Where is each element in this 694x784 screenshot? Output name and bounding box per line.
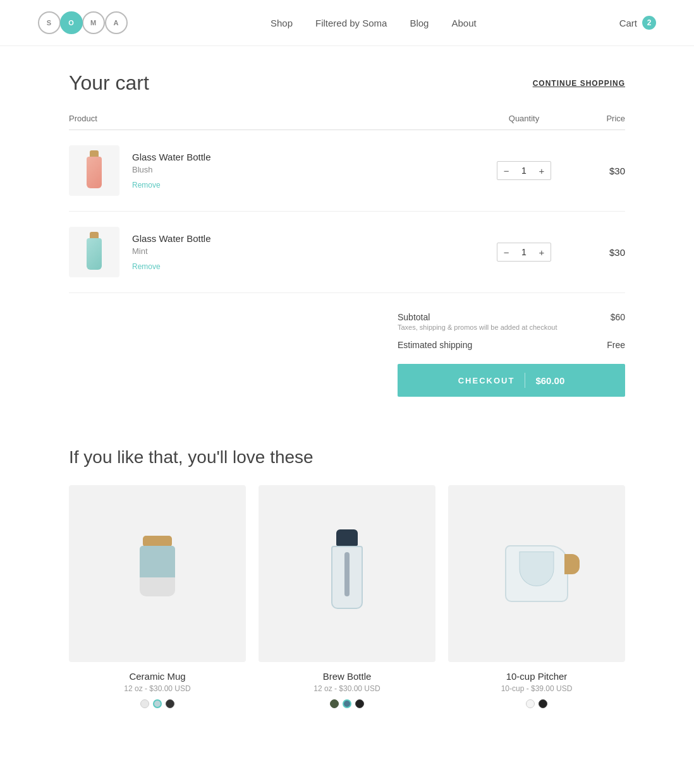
cart-label: Cart	[619, 18, 637, 28]
quantity-control-1: − 1 +	[473, 161, 575, 180]
rec-image-ceramic-mug	[69, 485, 246, 662]
blush-bottle-illustration	[85, 150, 104, 191]
cart-title: Your cart	[69, 71, 149, 95]
logo-s: S	[38, 11, 61, 34]
rec-name-brew-bottle: Brew Bottle	[323, 671, 372, 682]
logo-m: M	[82, 11, 105, 34]
color-dot-dark[interactable]	[355, 699, 364, 708]
product-info-1: Glass Water Bottle Blush Remove	[132, 152, 473, 190]
qty-decrease-1[interactable]: −	[497, 162, 515, 179]
pitcher-filter	[520, 552, 554, 586]
brew-inner	[344, 552, 350, 596]
brew-bottle-illustration	[322, 529, 372, 618]
nav-shop[interactable]: Shop	[271, 18, 293, 28]
rec-card-ceramic-mug[interactable]: Ceramic Mug 12 oz - $30.00 USD	[69, 485, 246, 708]
brew-cap	[336, 529, 358, 546]
checkout-label: CHECKOUT	[458, 376, 515, 385]
shipping-label: Estimated shipping	[398, 340, 472, 350]
subtotal-value: $60	[611, 312, 625, 322]
item-price-2: $30	[575, 247, 625, 258]
recommendations-grid: Ceramic Mug 12 oz - $30.00 USD Brew Bott…	[69, 485, 625, 708]
ceramic-mug-illustration	[132, 536, 183, 612]
bottle-cap	[90, 150, 99, 157]
logo-a: A	[105, 11, 128, 34]
recommendations-title: If you like that, you'll love these	[69, 447, 625, 467]
color-dot-blue[interactable]	[153, 699, 162, 708]
bottle-cap	[90, 232, 99, 238]
col-header-quantity: Quantity	[473, 114, 575, 123]
pitcher-body	[505, 545, 568, 602]
product-image-blush	[69, 145, 119, 196]
color-dot-black[interactable]	[166, 699, 174, 708]
qty-box-2: − 1 +	[497, 243, 551, 262]
rec-name-ceramic-mug: Ceramic Mug	[129, 671, 185, 682]
nav-filtered[interactable]: Filtered by Soma	[315, 18, 387, 28]
rec-desc-brew-bottle: 12 oz - $30.00 USD	[314, 684, 380, 693]
cart-table-header: Product Quantity Price	[69, 114, 625, 130]
product-image-mint	[69, 227, 119, 277]
cart-summary: Subtotal $60 Taxes, shipping & promos wi…	[69, 308, 625, 397]
navbar: S O M A Shop Filtered by Soma Blog About…	[0, 0, 694, 46]
qty-value-1: 1	[515, 166, 533, 176]
nav-links: Shop Filtered by Soma Blog About	[271, 18, 477, 28]
color-dots-brew-bottle	[330, 699, 364, 708]
product-variant-2: Mint	[132, 246, 473, 256]
cart-section: Your cart CONTINUE SHOPPING Product Quan…	[56, 46, 638, 435]
cart-nav-button[interactable]: Cart 2	[619, 16, 656, 30]
rec-desc-pitcher: 10-cup - $39.00 USD	[501, 684, 573, 693]
rec-card-pitcher[interactable]: 10-cup Pitcher 10-cup - $39.00 USD	[448, 485, 625, 708]
bottle-body	[87, 157, 102, 188]
continue-shopping-link[interactable]: CONTINUE SHOPPING	[533, 79, 625, 88]
qty-increase-1[interactable]: +	[533, 162, 551, 179]
product-info-2: Glass Water Bottle Mint Remove	[132, 233, 473, 271]
recommendations-section: If you like that, you'll love these Cera…	[56, 435, 638, 746]
color-dot-white[interactable]	[140, 699, 149, 708]
col-header-product: Product	[69, 114, 473, 123]
col-header-price: Price	[575, 114, 625, 123]
product-name-1: Glass Water Bottle	[132, 152, 473, 162]
mint-bottle-illustration	[85, 232, 104, 273]
rec-image-pitcher	[448, 485, 625, 662]
qty-value-2: 1	[515, 247, 533, 257]
product-variant-1: Blush	[132, 165, 473, 174]
subtotal-note: Taxes, shipping & promos will be added a…	[398, 323, 625, 331]
checkout-divider	[525, 373, 525, 388]
color-dots-pitcher	[526, 699, 547, 708]
shipping-row: Estimated shipping Free	[398, 336, 625, 354]
brew-body	[331, 546, 363, 609]
qty-box-1: − 1 +	[497, 161, 551, 180]
cart-item: Glass Water Bottle Blush Remove − 1 + $3…	[69, 130, 625, 212]
quantity-control-2: − 1 +	[473, 243, 575, 262]
remove-item-2[interactable]: Remove	[132, 262, 161, 271]
logo-o: O	[60, 11, 83, 34]
color-dot-black-pitcher[interactable]	[539, 699, 547, 708]
pitcher-handle	[564, 554, 580, 574]
checkout-price: $60.00	[535, 375, 564, 386]
remove-item-1[interactable]: Remove	[132, 181, 161, 190]
rec-image-brew-bottle	[259, 485, 435, 662]
rec-card-brew-bottle[interactable]: Brew Bottle 12 oz - $30.00 USD	[259, 485, 435, 708]
qty-decrease-2[interactable]: −	[497, 243, 515, 261]
pitcher-illustration	[499, 536, 575, 612]
rec-desc-ceramic-mug: 12 oz - $30.00 USD	[124, 684, 190, 693]
shipping-value: Free	[607, 340, 625, 350]
product-name-2: Glass Water Bottle	[132, 233, 473, 244]
color-dots-ceramic-mug	[140, 699, 174, 708]
subtotal-label: Subtotal	[398, 312, 430, 322]
item-price-1: $30	[575, 166, 625, 176]
color-dot-green[interactable]	[330, 699, 339, 708]
cart-header: Your cart CONTINUE SHOPPING	[69, 71, 625, 95]
nav-blog[interactable]: Blog	[410, 18, 429, 28]
cart-item: Glass Water Bottle Mint Remove − 1 + $30	[69, 212, 625, 293]
nav-about[interactable]: About	[451, 18, 476, 28]
color-dot-teal[interactable]	[343, 699, 351, 708]
cart-badge: 2	[642, 16, 656, 30]
bottle-body	[87, 238, 102, 270]
color-dot-white-pitcher[interactable]	[526, 699, 535, 708]
rec-name-pitcher: 10-cup Pitcher	[506, 671, 568, 682]
qty-increase-2[interactable]: +	[533, 243, 551, 261]
logo[interactable]: S O M A	[38, 11, 128, 34]
checkout-button[interactable]: CHECKOUT $60.00	[398, 364, 625, 397]
mug-body	[140, 546, 175, 596]
